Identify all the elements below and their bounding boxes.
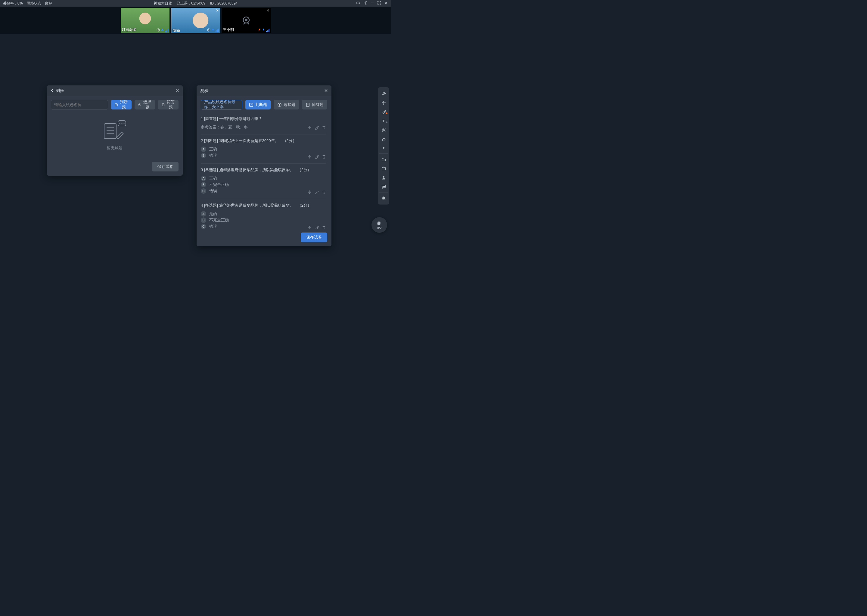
choice-question-button[interactable]: 选择题 (134, 100, 155, 110)
move-icon[interactable] (307, 155, 312, 160)
option-text: 错误 (209, 224, 217, 229)
empty-quiz-icon (101, 120, 128, 141)
option-key: A (201, 211, 206, 217)
top-status-bar: 丢包率：0% 网络状态：良好 神秘大自然 已上课：02:34:09 ID：202… (0, 0, 391, 6)
option-text: 不完全正确 (209, 217, 229, 223)
move-icon[interactable] (307, 190, 312, 195)
option-key: C (201, 188, 206, 194)
course-title: 神秘大自然 (154, 1, 172, 6)
svg-rect-10 (213, 28, 214, 30)
drawing-toolbar: T (378, 87, 389, 204)
svg-point-31 (124, 123, 125, 124)
edit-icon[interactable] (315, 190, 319, 195)
text-tool-icon[interactable]: T (378, 116, 389, 125)
signal-icon (216, 28, 219, 32)
assets-icon[interactable] (378, 164, 389, 173)
video-thumbnail-strip: 叮当老师 ✕ Nina ✕ 王小明 (0, 6, 391, 34)
question-option[interactable]: A正确 (201, 146, 326, 152)
question-option[interactable]: B不完全正确 (201, 217, 326, 223)
essay-question-button[interactable]: 简答题 (158, 100, 178, 110)
option-key: B (201, 182, 206, 187)
move-icon[interactable] (307, 126, 312, 130)
svg-point-45 (383, 147, 384, 148)
fullscreen-icon[interactable] (377, 1, 381, 6)
session-id: ID：2020070324 (210, 1, 238, 6)
quiz-name-input[interactable] (51, 100, 108, 110)
edit-icon[interactable] (315, 126, 319, 130)
video-tile[interactable]: ✕ 王小明 (222, 8, 271, 33)
move-icon[interactable] (378, 98, 389, 107)
video-tile-name: Nina (172, 28, 180, 33)
svg-text:T: T (382, 118, 385, 123)
gear-icon[interactable] (363, 1, 367, 6)
edit-icon[interactable] (315, 155, 319, 160)
mic-icon (211, 28, 214, 33)
option-key: C (201, 224, 206, 229)
bell-icon[interactable] (378, 194, 389, 203)
question-item: 1 [简答题] 一年四季分别是哪四季？ 参考答案：春、夏、秋、冬 (201, 113, 326, 134)
minimize-icon[interactable] (370, 1, 375, 6)
save-quiz-button[interactable]: 保存试卷 (301, 233, 327, 242)
signal-icon (165, 28, 168, 32)
option-text: 是的 (209, 211, 217, 217)
choice-question-button[interactable]: 选择题 (274, 100, 299, 110)
question-list[interactable]: 1 [简答题] 一年四季分别是哪四季？ 参考答案：春、夏、秋、冬 2 [判断题]… (201, 113, 327, 229)
option-key: B (201, 153, 206, 158)
svg-rect-7 (162, 28, 163, 30)
svg-point-20 (139, 104, 140, 105)
option-key: A (201, 176, 206, 181)
svg-point-36 (279, 104, 280, 105)
elapsed-time: 已上课：02:34:09 (177, 1, 205, 6)
edit-icon[interactable] (315, 226, 319, 229)
judge-question-button[interactable]: 判断题 (245, 100, 271, 110)
camera-off-icon (240, 14, 252, 27)
record-icon (207, 28, 210, 33)
mic-muted-icon (258, 28, 261, 33)
move-icon[interactable] (307, 226, 312, 229)
video-tile[interactable]: ✕ Nina (171, 8, 220, 33)
camera-toggle-icon[interactable] (356, 1, 361, 6)
close-icon[interactable] (384, 1, 388, 6)
hand-raise-button[interactable]: 0/2 (372, 217, 387, 233)
svg-point-6 (158, 30, 159, 31)
delete-icon[interactable] (322, 155, 326, 160)
essay-question-button[interactable]: 简答题 (302, 100, 327, 110)
svg-rect-46 (382, 168, 385, 170)
svg-point-51 (384, 186, 385, 187)
back-icon[interactable] (50, 88, 54, 93)
delete-icon[interactable] (322, 226, 326, 229)
video-tile[interactable]: 叮当老师 (121, 8, 169, 33)
brightness-icon[interactable] (378, 143, 389, 152)
judge-question-button[interactable]: 判断题 (111, 100, 132, 110)
scissors-icon[interactable] (378, 125, 389, 134)
close-icon[interactable] (175, 88, 179, 93)
question-title: 1 [简答题] 一年四季分别是哪四季？ (201, 116, 326, 121)
cursor-select-icon[interactable] (378, 89, 389, 98)
question-item: 3 [单选题] 施华洛世奇是反华品牌，所以梁鼎琪反华。 （2分） A正确B不完全… (201, 163, 326, 199)
svg-point-29 (120, 123, 120, 124)
eraser-icon[interactable] (378, 134, 389, 143)
option-key: A (201, 146, 206, 152)
delete-icon[interactable] (322, 126, 326, 130)
question-option[interactable]: A正确 (201, 176, 326, 181)
quiz-name-display[interactable]: 产品说试卷名称最多十六个字 (201, 100, 242, 110)
folder-icon[interactable] (378, 155, 389, 164)
chat-icon[interactable] (378, 182, 389, 191)
question-option[interactable]: B不完全正确 (201, 182, 326, 187)
close-icon[interactable]: ✕ (266, 8, 270, 13)
quiz-panel-empty: 测验 判断题 选择题 简答题 (47, 85, 183, 176)
delete-icon[interactable] (322, 190, 326, 195)
svg-rect-24 (104, 124, 116, 139)
record-icon (156, 28, 160, 33)
question-item: 2 [判断题] 我国宪法上一次更新是在2020年。 （2分） A正确B错误 (201, 134, 326, 163)
svg-rect-15 (263, 28, 264, 30)
pen-icon[interactable] (378, 107, 389, 116)
person-icon[interactable] (378, 173, 389, 182)
close-icon[interactable]: ✕ (216, 8, 219, 13)
save-quiz-button[interactable]: 保存试卷 (152, 162, 178, 171)
option-text: 错误 (209, 153, 217, 158)
svg-point-50 (383, 186, 384, 187)
video-tile-name: 王小明 (223, 27, 234, 33)
close-icon[interactable] (324, 88, 328, 93)
question-option[interactable]: A是的 (201, 211, 326, 217)
